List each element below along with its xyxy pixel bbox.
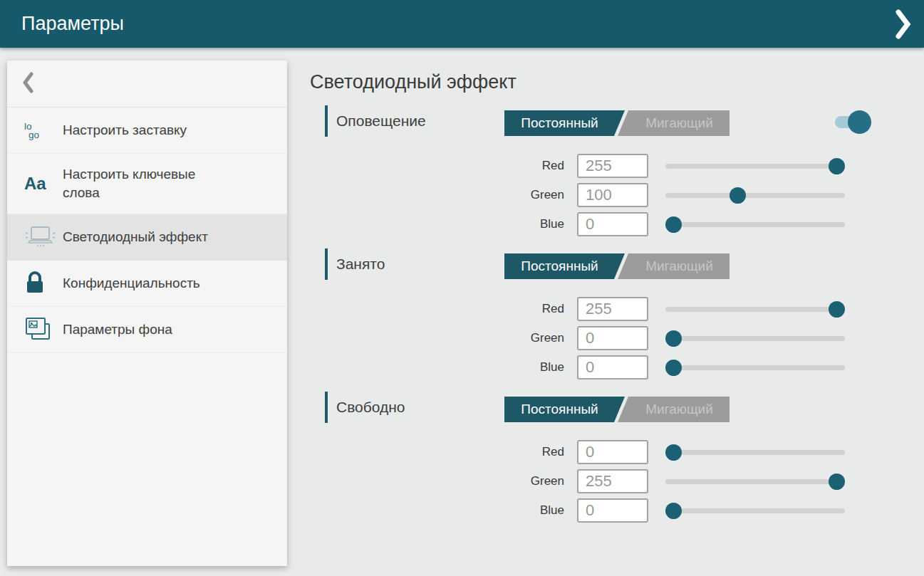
red-slider[interactable] xyxy=(665,158,845,174)
slider-track[interactable] xyxy=(665,450,845,455)
slider-thumb[interactable] xyxy=(730,187,746,204)
mode-segmented-control: Мигающий Постоянный xyxy=(504,253,730,279)
blue-label: Blue xyxy=(310,360,564,375)
red-value-input[interactable] xyxy=(577,297,648,321)
keywords-icon: Aa xyxy=(24,174,63,194)
green-label: Green xyxy=(310,188,564,202)
slider-track[interactable] xyxy=(665,336,845,341)
led-section-free: Свободно Мигающий Постоянный Red Green xyxy=(310,392,873,523)
app-header: Параметры xyxy=(0,0,924,48)
slider-thumb[interactable] xyxy=(665,216,682,233)
mode-constant-button[interactable]: Постоянный xyxy=(504,110,625,136)
mode-blinking-button[interactable]: Мигающий xyxy=(618,397,730,422)
slider-thumb[interactable] xyxy=(665,503,682,519)
content-title: Светодиодный эффект xyxy=(310,68,873,96)
green-slider[interactable] xyxy=(665,330,845,347)
forward-chevron-icon[interactable] xyxy=(894,9,913,40)
slider-track[interactable] xyxy=(665,164,845,169)
green-channel-row: Green xyxy=(310,326,845,350)
red-label: Red xyxy=(310,159,564,173)
sidebar-item-led-effect[interactable]: Светодиодный эффект xyxy=(7,214,287,261)
green-channel-row: Green xyxy=(310,469,845,493)
sidebar-item-label: Светодиодный эффект xyxy=(63,228,216,246)
background-image-icon xyxy=(24,316,63,343)
blue-channel-row: Blue xyxy=(310,212,845,236)
green-label: Green xyxy=(310,331,564,345)
slider-thumb[interactable] xyxy=(665,444,682,461)
sidebar-item-label: Настроить заставку xyxy=(63,121,216,140)
notification-toggle-switch[interactable] xyxy=(835,110,872,134)
section-label: Занято xyxy=(336,256,385,273)
blue-slider[interactable] xyxy=(665,216,845,233)
blue-value-input[interactable] xyxy=(577,498,648,523)
led-section-busy: Занято Мигающий Постоянный Red Green xyxy=(310,248,873,379)
blue-slider[interactable] xyxy=(665,360,845,376)
red-slider[interactable] xyxy=(665,301,845,318)
green-label: Green xyxy=(310,474,564,488)
led-section-notification: Оповещение Мигающий Постоянный Red xyxy=(310,105,873,236)
slider-track[interactable] xyxy=(665,479,845,484)
green-slider[interactable] xyxy=(665,473,845,490)
blue-channel-row: Blue xyxy=(310,355,845,379)
sidebar-item-keywords[interactable]: Aa Настроить ключевые слова xyxy=(7,154,287,214)
green-value-input[interactable] xyxy=(577,326,648,350)
slider-track[interactable] xyxy=(665,307,845,312)
blue-value-input[interactable] xyxy=(577,212,648,236)
red-label: Red xyxy=(310,302,564,316)
sidebar-item-label: Конфиденциальность xyxy=(63,274,216,293)
slider-thumb[interactable] xyxy=(829,473,845,490)
green-channel-row: Green xyxy=(310,183,845,207)
section-label: Оповещение xyxy=(336,112,426,130)
green-slider[interactable] xyxy=(665,187,845,204)
slider-thumb[interactable] xyxy=(829,158,845,174)
section-accent-bar xyxy=(325,248,328,280)
mode-segmented-control: Мигающий Постоянный xyxy=(504,110,730,136)
blue-value-input[interactable] xyxy=(577,355,648,379)
slider-thumb[interactable] xyxy=(665,330,682,347)
red-value-input[interactable] xyxy=(577,440,648,464)
red-channel-row: Red xyxy=(310,154,845,178)
slider-thumb[interactable] xyxy=(665,360,682,376)
green-value-input[interactable] xyxy=(577,469,648,493)
mode-constant-button[interactable]: Постоянный xyxy=(504,253,625,279)
back-chevron-icon xyxy=(21,72,34,96)
blue-label: Blue xyxy=(310,503,564,518)
sidebar-item-label: Параметры фона xyxy=(63,320,216,339)
sidebar-back-button[interactable] xyxy=(7,61,287,108)
settings-app: Параметры logo Настроить заставку Aa xyxy=(0,0,924,576)
mode-blinking-button[interactable]: Мигающий xyxy=(618,110,730,136)
section-accent-bar xyxy=(325,392,328,423)
sidebar-item-privacy[interactable]: Конфиденциальность xyxy=(7,261,287,307)
page-title: Параметры xyxy=(21,13,124,35)
red-channel-row: Red xyxy=(310,440,845,464)
slider-track[interactable] xyxy=(665,222,845,227)
section-accent-bar xyxy=(325,105,328,137)
slider-thumb[interactable] xyxy=(829,301,845,318)
red-channel-row: Red xyxy=(310,297,845,321)
sidebar-item-screensaver[interactable]: logo Настроить заставку xyxy=(7,108,287,154)
red-slider[interactable] xyxy=(665,444,845,461)
blue-channel-row: Blue xyxy=(310,498,845,523)
lock-icon xyxy=(24,271,63,295)
logo-icon: logo xyxy=(24,122,63,139)
blue-label: Blue xyxy=(310,217,564,231)
section-label: Свободно xyxy=(336,399,405,416)
sidebar-item-label: Настроить ключевые слова xyxy=(63,165,216,202)
mode-blinking-button[interactable]: Мигающий xyxy=(618,253,730,279)
led-monitor-icon xyxy=(24,224,63,250)
red-label: Red xyxy=(310,445,564,459)
slider-track[interactable] xyxy=(665,365,845,370)
green-value-input[interactable] xyxy=(577,183,648,207)
mode-constant-button[interactable]: Постоянный xyxy=(504,397,625,422)
mode-segmented-control: Мигающий Постоянный xyxy=(504,397,730,422)
sidebar-item-background[interactable]: Параметры фона xyxy=(7,307,287,353)
slider-track[interactable] xyxy=(665,193,845,198)
toggle-knob xyxy=(848,110,871,134)
red-value-input[interactable] xyxy=(577,154,648,178)
main-content: Светодиодный эффект Оповещение Мигающий … xyxy=(310,68,873,528)
sidebar: logo Настроить заставку Aa Настроить клю… xyxy=(7,61,287,566)
slider-track[interactable] xyxy=(665,508,845,513)
blue-slider[interactable] xyxy=(665,503,845,519)
